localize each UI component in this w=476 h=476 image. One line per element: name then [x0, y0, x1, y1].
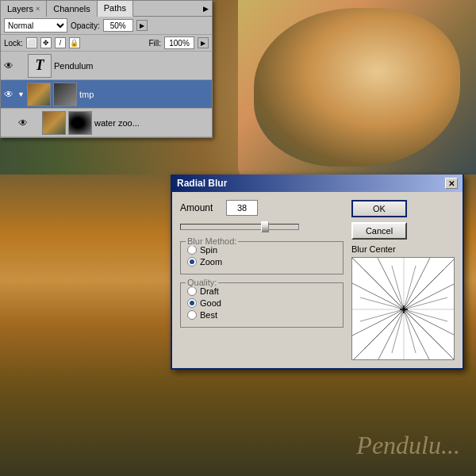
background-hamster: [238, 0, 476, 182]
radio-zoom-label: Zoom: [200, 257, 222, 267]
layer-thumb-water: [42, 111, 66, 135]
svg-line-17: [404, 309, 443, 349]
opacity-label: Opacity:: [71, 21, 100, 30]
blur-method-group: Blur Method: Spin Zoom: [180, 241, 344, 274]
svg-line-22: [392, 266, 404, 309]
layer-item-tmp[interactable]: 👁 ▼ tmp: [1, 80, 212, 109]
blur-center-container: Blur Center: [351, 244, 455, 360]
layer-mask-water: [68, 111, 92, 135]
radio-item-good[interactable]: Good: [187, 298, 336, 308]
cancel-button[interactable]: Cancel: [351, 222, 407, 240]
layer-eye-tmp[interactable]: 👁: [2, 88, 15, 101]
blur-center-label: Blur Center: [351, 244, 396, 254]
radio-item-spin[interactable]: Spin: [187, 245, 336, 255]
layer-name-tmp: tmp: [79, 90, 210, 99]
fill-label: Fill:: [148, 39, 161, 48]
svg-line-20: [404, 298, 447, 309]
lock-all-icon[interactable]: 🔒: [69, 37, 80, 48]
blur-center-svg: [352, 258, 455, 360]
fill-input[interactable]: [164, 36, 194, 49]
dialog-titlebar: Radial Blur ✕: [172, 175, 463, 192]
radio-best[interactable]: [187, 310, 197, 320]
dialog-controls: Amount Blur Method: Spin Zoom: [180, 200, 344, 360]
layer-thumb-tmp: [27, 83, 51, 106]
lock-label: Lock:: [4, 39, 23, 48]
radio-zoom-selected: [190, 259, 194, 264]
lock-move-icon[interactable]: ✥: [40, 37, 52, 48]
amount-label: Amount: [180, 202, 220, 213]
layer-link-water: [32, 117, 40, 129]
radio-item-zoom[interactable]: Zoom: [187, 257, 336, 267]
opacity-arrow[interactable]: ▶: [136, 20, 148, 31]
svg-line-13: [404, 309, 455, 336]
tab-layers-close[interactable]: ×: [36, 5, 40, 13]
svg-line-24: [392, 309, 404, 353]
dialog-title: Radial Blur: [177, 178, 227, 189]
svg-line-25: [404, 309, 416, 353]
blend-mode-select[interactable]: Normal: [4, 18, 67, 33]
fill-arrow[interactable]: ▶: [198, 37, 209, 48]
opacity-input[interactable]: [103, 19, 133, 32]
svg-line-10: [378, 309, 404, 360]
svg-line-8: [352, 283, 404, 309]
lock-pixels-icon[interactable]: ⬜: [26, 37, 37, 48]
dialog-right: OK Cancel Blur Center: [351, 200, 455, 360]
blur-center-box[interactable]: [351, 257, 455, 360]
radio-spin[interactable]: [187, 245, 197, 255]
panel-lock-row: Lock: ⬜ ✥ / 🔒 Fill: ▶: [1, 35, 212, 52]
radio-draft[interactable]: [187, 286, 197, 296]
panel-mode-row: Normal Opacity: ▶: [1, 17, 212, 35]
layers-panel: Layers × Channels Paths ▶ Normal Opacity…: [0, 0, 213, 138]
tab-channels[interactable]: Channels: [47, 1, 97, 17]
amount-slider-thumb[interactable]: [261, 221, 269, 232]
svg-line-19: [360, 309, 404, 321]
radio-item-draft[interactable]: Draft: [187, 286, 336, 296]
svg-line-21: [404, 309, 447, 321]
svg-line-12: [404, 283, 455, 309]
layer-name-pendulum: Pendulum: [54, 61, 210, 71]
radio-good-label: Good: [200, 298, 221, 308]
layer-link-pendulum: [17, 60, 25, 72]
amount-slider-track[interactable]: [180, 224, 299, 230]
panel-tabs: Layers × Channels Paths ▶: [1, 1, 212, 17]
blur-method-label: Blur Method:: [186, 236, 238, 246]
layer-item-pendulum[interactable]: 👁 T Pendulum: [1, 52, 212, 80]
layer-eye-pendulum[interactable]: 👁: [2, 60, 15, 72]
svg-line-7: [404, 258, 430, 309]
radio-draft-label: Draft: [200, 286, 219, 296]
radio-item-best[interactable]: Best: [187, 310, 336, 320]
amount-input[interactable]: [226, 200, 258, 216]
svg-line-16: [364, 309, 404, 349]
layer-thumb-pendulum: T: [28, 54, 52, 78]
dialog-body: Amount Blur Method: Spin Zoom: [172, 192, 463, 368]
layer-item-water[interactable]: 👁 water zoo...: [1, 109, 212, 137]
group-arrow-tmp[interactable]: ▼: [17, 90, 25, 98]
quality-group: Quality: Draft Good Best: [180, 282, 344, 328]
svg-line-6: [378, 258, 404, 309]
tab-paths[interactable]: Paths: [98, 1, 133, 17]
svg-line-14: [364, 270, 404, 309]
radio-good[interactable]: [187, 298, 197, 308]
quality-label: Quality:: [186, 278, 218, 287]
radio-best-label: Best: [200, 310, 217, 320]
layer-thumb-mask-tmp: [53, 83, 77, 106]
amount-row: Amount: [180, 200, 344, 216]
radio-spin-label: Spin: [200, 245, 217, 255]
svg-line-23: [404, 266, 416, 309]
svg-line-9: [352, 309, 404, 336]
svg-line-11: [404, 309, 430, 360]
radio-zoom[interactable]: [187, 257, 197, 267]
layer-list: 👁 T Pendulum 👁 ▼ tmp 👁 water zoo...: [1, 52, 212, 137]
panel-expander[interactable]: ▶: [200, 5, 212, 13]
layer-name-water: water zoo...: [94, 118, 210, 128]
svg-line-15: [404, 270, 443, 309]
radio-good-selected: [190, 301, 194, 305]
radial-blur-dialog: Radial Blur ✕ Amount Blur Method: Spin: [171, 175, 464, 370]
ok-button[interactable]: OK: [351, 200, 407, 217]
tab-layers[interactable]: Layers ×: [1, 1, 47, 17]
svg-line-18: [360, 298, 404, 309]
dialog-close-button[interactable]: ✕: [445, 178, 458, 189]
lock-brush-icon[interactable]: /: [55, 37, 66, 48]
text-thumb-icon: T: [36, 57, 44, 74]
layer-eye-water[interactable]: 👁: [17, 117, 29, 129]
